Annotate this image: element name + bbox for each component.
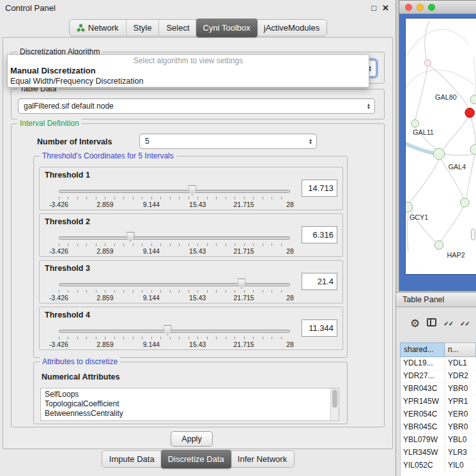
- table-cell[interactable]: YLR345W: [401, 447, 445, 459]
- table-cell[interactable]: YER054C: [401, 408, 445, 420]
- apply-button[interactable]: Apply: [171, 431, 213, 447]
- network-node[interactable]: [470, 144, 476, 155]
- tab-cyni-toolbox[interactable]: Cyni Toolbox: [196, 19, 257, 37]
- bottom-tab-bar: Impute Data Discretize Data Infer Networ…: [0, 450, 396, 468]
- node-label-hap2[interactable]: HAP2: [447, 251, 464, 259]
- columns-icon[interactable]: [427, 318, 436, 329]
- slider-track[interactable]: [59, 190, 290, 193]
- threshold-slider[interactable]: -3.4262.8599.14415.4321.71528: [59, 324, 290, 349]
- select-all-columns-icon[interactable]: ✓✓: [443, 320, 453, 327]
- table-cell[interactable]: YDR27...: [401, 370, 445, 382]
- slider-scale-label: 15.43: [189, 294, 206, 302]
- slider-thumb[interactable]: [127, 232, 135, 242]
- node-label-gcy1[interactable]: GCY1: [410, 213, 428, 221]
- network-node[interactable]: [434, 241, 443, 250]
- table-cell[interactable]: YBL0: [445, 434, 476, 446]
- tab-network[interactable]: Network: [70, 20, 126, 36]
- list-scrollbar[interactable]: [330, 388, 339, 420]
- minimize-window-icon[interactable]: [417, 4, 424, 11]
- threshold-value-field[interactable]: 6.316: [302, 226, 337, 243]
- network-node[interactable]: [406, 202, 413, 212]
- tab-style[interactable]: Style: [126, 20, 159, 36]
- table-cell[interactable]: YPR1: [445, 395, 476, 408]
- network-node[interactable]: [460, 198, 469, 207]
- tab-select[interactable]: Select: [158, 20, 196, 36]
- table-data-select[interactable]: galFiltered.sif default node ▲▼: [18, 98, 375, 114]
- table-cell[interactable]: YDR2: [445, 370, 476, 382]
- slider-thumb[interactable]: [164, 325, 172, 335]
- slider-thumb[interactable]: [188, 185, 196, 196]
- tab-impute-data[interactable]: Impute Data: [102, 451, 162, 467]
- network-node-selected-red[interactable]: [465, 108, 475, 118]
- attributes-list[interactable]: SelfLoopsTopologicalCoefficientBetweenne…: [40, 388, 339, 421]
- network-window-titlebar[interactable]: [399, 1, 476, 14]
- numerical-attributes-heading: Numerical Attributes: [42, 372, 119, 381]
- threshold-slider[interactable]: -3.4262.8599.14415.4321.71528: [59, 277, 290, 303]
- gear-icon[interactable]: ⚙: [410, 317, 420, 330]
- tab-discretize-data[interactable]: Discretize Data: [161, 450, 231, 468]
- network-window[interactable]: GAL80 GAL11 GAL4 GCY1 HAP2: [399, 0, 476, 291]
- table-cell[interactable]: YLR3: [445, 447, 476, 459]
- threshold-slider[interactable]: -3.4262.8599.14415.4321.71528: [59, 184, 290, 210]
- network-node[interactable]: [433, 148, 445, 160]
- table-cell[interactable]: YBR045C: [401, 421, 445, 433]
- table-row[interactable]: YBR043CYBR0: [401, 383, 476, 395]
- float-panel-icon[interactable]: □: [371, 0, 376, 17]
- table-row[interactable]: YPR145WYPR1: [401, 395, 476, 408]
- table-cell[interactable]: YIL0: [445, 459, 476, 472]
- canvas-scrollbar-thumb[interactable]: [471, 229, 475, 240]
- tab-label: jActiveModules: [264, 23, 319, 33]
- table-cell[interactable]: YDL1: [445, 357, 476, 369]
- threshold-slider[interactable]: -3.4262.8599.14415.4321.71528: [59, 231, 290, 256]
- table-cell[interactable]: YPR145W: [401, 395, 445, 408]
- attribute-item[interactable]: SelfLoops: [41, 390, 339, 399]
- zoom-window-icon[interactable]: [428, 4, 435, 11]
- table-row[interactable]: YER054CYER0: [401, 408, 476, 421]
- table-cell[interactable]: YER0: [445, 408, 476, 420]
- table-rows: YDL19...YDL1YDR27...YDR2YBR043CYBR0YPR14…: [400, 357, 476, 476]
- attribute-item[interactable]: TopologicalCoefficient: [41, 399, 339, 409]
- network-node[interactable]: [424, 59, 431, 66]
- threshold-value-field[interactable]: 11.344: [302, 319, 337, 337]
- network-node[interactable]: [411, 119, 419, 127]
- threshold-label: Threshold 1: [45, 171, 90, 180]
- node-label-gal4[interactable]: GAL4: [449, 163, 466, 171]
- table-cell[interactable]: YBR0: [445, 421, 476, 433]
- node-label-gal11[interactable]: GAL11: [413, 128, 434, 136]
- select-columns-icon[interactable]: ✓✓: [460, 320, 470, 327]
- node-label-gal80[interactable]: GAL80: [435, 93, 457, 101]
- threshold-label: Threshold 4: [45, 311, 90, 319]
- table-row[interactable]: YBR045CYBR0: [401, 421, 476, 434]
- interval-definition-title: Interval Definition: [17, 119, 82, 128]
- close-window-icon[interactable]: [405, 4, 412, 11]
- table-row[interactable]: YBL079WYBL0: [401, 434, 476, 447]
- column-header-shared-name[interactable]: shared...: [400, 342, 445, 357]
- slider-track[interactable]: [59, 236, 290, 240]
- slider-scale-label: 21.715: [234, 341, 254, 348]
- list-scrollbar-thumb[interactable]: [332, 390, 337, 408]
- dropdown-option-equal-width-frequency[interactable]: Equal Width/Frequency Discretization: [8, 76, 369, 86]
- slider-track[interactable]: [59, 330, 290, 333]
- close-panel-icon[interactable]: ✕: [382, 0, 389, 17]
- table-row[interactable]: YLR345WYLR3: [401, 447, 476, 459]
- table-row[interactable]: YIL052CYIL0: [401, 459, 476, 472]
- table-row[interactable]: YDR27...YDR2: [401, 370, 476, 383]
- attribute-item[interactable]: BetweennessCentrality: [41, 409, 339, 418]
- threshold-value-field[interactable]: 14.713: [302, 180, 337, 197]
- slider-thumb[interactable]: [237, 279, 245, 289]
- table-cell[interactable]: YDL19...: [401, 357, 445, 369]
- tab-infer-network[interactable]: Infer Network: [231, 451, 294, 467]
- tab-jactivemodules[interactable]: jActiveModules: [257, 20, 326, 36]
- column-header-name[interactable]: n...: [445, 342, 476, 357]
- table-cell[interactable]: YBL079W: [401, 434, 445, 446]
- table-cell[interactable]: YBR043C: [401, 383, 445, 395]
- table-cell[interactable]: YIL052C: [401, 459, 445, 472]
- number-of-intervals-select[interactable]: 5 ▲▼: [139, 134, 317, 149]
- threshold-value-field[interactable]: 21.4: [302, 273, 337, 290]
- slider-track[interactable]: [59, 283, 290, 286]
- table-row[interactable]: YDL19...YDL1: [401, 357, 476, 370]
- dropdown-option-manual-discretization[interactable]: Manual Discretization: [8, 65, 369, 76]
- network-canvas[interactable]: GAL80 GAL11 GAL4 GCY1 HAP2: [405, 18, 476, 275]
- table-cell[interactable]: YBR0: [445, 383, 476, 395]
- network-node[interactable]: [470, 95, 476, 104]
